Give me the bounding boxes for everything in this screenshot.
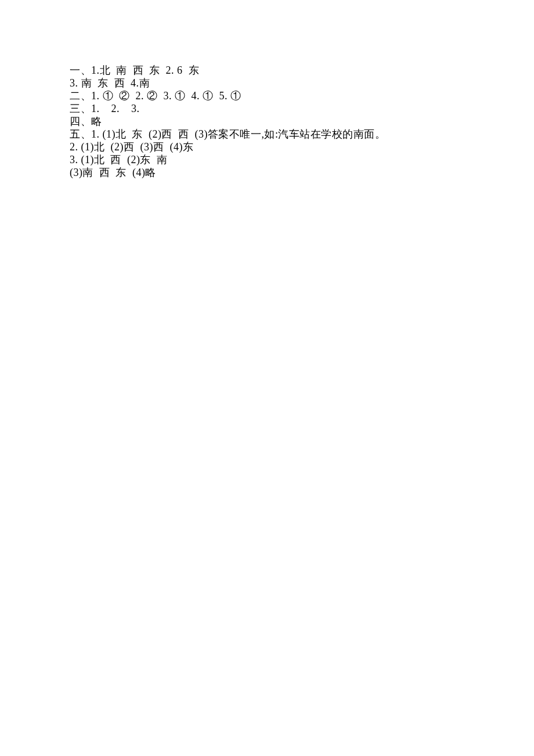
answer-line: 二、1. ① ② 2. ② 3. ① 4. ① 5. ① [70,89,476,102]
answer-line: 一、1.北 南 西 东 2. 6 东 [70,64,476,77]
answer-line: 五、1. (1)北 东 (2)西 西 (3)答案不唯一,如:汽车站在学校的南面。 [70,128,476,141]
answer-line: 2. (1)北 (2)西 (3)西 (4)东 [70,141,476,153]
answer-line: 三、1. 2. 3. [70,102,476,115]
answer-line: 3. (1)北 西 (2)东 南 [70,153,476,166]
answer-line: 3. 南 东 西 4.南 [70,77,476,89]
answer-line: 四、略 [70,115,476,128]
answer-key-page: 一、1.北 南 西 东 2. 6 东 3. 南 东 西 4.南 二、1. ① ②… [0,0,534,756]
answer-line: (3)南 西 东 (4)略 [70,166,476,179]
